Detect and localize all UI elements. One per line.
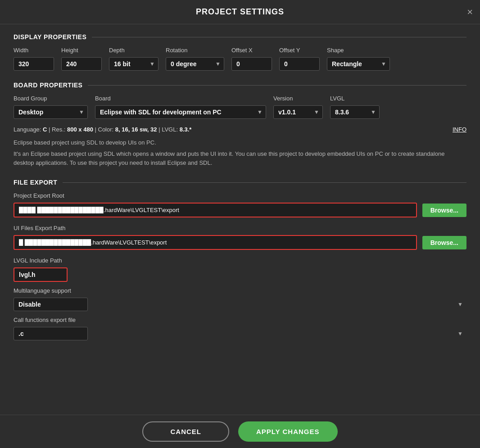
width-field-group: Width: [14, 47, 54, 71]
shape-select[interactable]: Rectangle Round Circle: [327, 57, 390, 71]
res-value: 800 x 480: [67, 126, 93, 133]
lvgl-field: LVGL 8.3.6 8.3.5 ▼: [330, 95, 380, 119]
board-group-select[interactable]: Desktop STM32 ESP32: [14, 105, 88, 119]
depth-select[interactable]: 16 bit 1 bit 8 bit 32 bit: [109, 57, 158, 71]
board-properties-section: BOARD PROPERTIES Board Group Desktop STM…: [14, 81, 466, 168]
offset-x-input[interactable]: [231, 57, 272, 71]
project-export-root-input[interactable]: [14, 203, 417, 217]
height-field-group: Height: [61, 47, 102, 71]
offset-y-label: Offset Y: [279, 47, 320, 54]
width-input[interactable]: [14, 57, 54, 71]
display-properties-section: DISPLAY PROPERTIES Width Height Depth 16…: [14, 33, 466, 71]
lvgl-include-path-input[interactable]: [14, 267, 68, 282]
depth-label: Depth: [109, 47, 158, 54]
project-export-path-wrapper: [14, 203, 417, 217]
board-select-wrapper: Eclipse with SDL for development on PC ▼: [95, 105, 266, 119]
rotation-select[interactable]: 0 degree 90 degree 180 degree 270 degree: [166, 57, 224, 71]
board-field: Board Eclipse with SDL for development o…: [95, 95, 266, 119]
ui-files-export-input[interactable]: [14, 235, 417, 250]
board-desc-1: Eclipse based project using SDL to devel…: [14, 138, 466, 148]
info-line: INFO Language: C | Res.: 800 x 480 | Col…: [14, 125, 466, 135]
offset-x-field-group: Offset X: [231, 47, 272, 71]
shape-field-group: Shape Rectangle Round Circle ▼: [327, 47, 390, 71]
shape-select-wrapper: Rectangle Round Circle ▼: [327, 57, 390, 71]
lvgl-select-wrapper: 8.3.6 8.3.5 ▼: [330, 105, 380, 119]
height-input[interactable]: [61, 57, 102, 71]
project-export-root-label: Project Export Root: [14, 192, 466, 199]
shape-label: Shape: [327, 47, 390, 54]
cancel-button[interactable]: CANCEL: [142, 421, 229, 442]
color-value: 8, 16, 16 sw, 32: [115, 126, 157, 133]
browse-button-1[interactable]: Browse...: [422, 204, 466, 217]
language-label-text: Language:: [14, 126, 43, 133]
ui-files-export-group: UI Files Export Path: [14, 225, 466, 233]
dialog-footer: CANCEL APPLY CHANGES: [0, 415, 480, 448]
dialog-title: PROJECT SETTINGS: [196, 7, 284, 16]
separator-3: | LVGL:: [158, 126, 180, 133]
version-label: Version: [273, 95, 323, 102]
language-value: C: [43, 126, 47, 133]
lvgl-select[interactable]: 8.3.6 8.3.5: [330, 105, 380, 119]
board-select[interactable]: Eclipse with SDL for development on PC: [95, 105, 266, 119]
version-select-wrapper: v1.0.1 v1.0.0 ▼: [273, 105, 323, 119]
project-export-root-row: Browse...: [14, 203, 466, 217]
apply-changes-button[interactable]: APPLY CHANGES: [238, 421, 338, 442]
file-export-section: FILE EXPORT Project Export Root Browse..…: [14, 179, 466, 340]
lvgl-label: LVGL: [330, 95, 380, 102]
board-label: Board: [95, 95, 266, 102]
board-properties-row: Board Group Desktop STM32 ESP32 ▼ Board: [14, 95, 466, 119]
board-group-label: Board Group: [14, 95, 88, 102]
separator-2: | Color:: [95, 126, 115, 133]
offset-x-label: Offset X: [231, 47, 272, 54]
rotation-label: Rotation: [166, 47, 224, 54]
call-functions-label: Call functions export file: [14, 317, 466, 323]
ui-files-path-wrapper: [14, 235, 417, 250]
call-functions-chevron-icon: ▼: [457, 330, 463, 337]
close-button[interactable]: ×: [467, 7, 473, 17]
lvgl-include-path-label: LVGL Include Path: [14, 257, 466, 264]
call-functions-select[interactable]: .c .h: [14, 327, 88, 340]
rotation-select-wrapper: 0 degree 90 degree 180 degree 270 degree…: [166, 57, 224, 71]
multilanguage-chevron-icon: ▼: [457, 301, 463, 308]
version-field: Version v1.0.1 v1.0.0 ▼: [273, 95, 323, 119]
board-desc-2: It's an Eclipse based project using SDL …: [14, 149, 466, 168]
project-settings-dialog: PROJECT SETTINGS × DISPLAY PROPERTIES Wi…: [0, 0, 480, 448]
multilanguage-label: Multilanguage support: [14, 287, 466, 294]
lvgl-include-path-group: LVGL Include Path: [14, 257, 466, 282]
depth-field-group: Depth 16 bit 1 bit 8 bit 32 bit ▼: [109, 47, 158, 71]
file-export-title: FILE EXPORT: [14, 179, 466, 186]
depth-select-wrapper: 16 bit 1 bit 8 bit 32 bit ▼: [109, 57, 158, 71]
board-properties-title: BOARD PROPERTIES: [14, 81, 466, 89]
display-properties-row: Width Height Depth 16 bit 1 bit 8 bit 32…: [14, 47, 466, 71]
rotation-field-group: Rotation 0 degree 90 degree 180 degree 2…: [166, 47, 224, 71]
offset-y-input[interactable]: [279, 57, 320, 71]
width-label: Width: [14, 47, 54, 54]
lvgl-info-value: 8.3.*: [180, 126, 192, 133]
separator-1: | Res.:: [49, 126, 67, 133]
board-group-select-wrapper: Desktop STM32 ESP32 ▼: [14, 105, 88, 119]
version-select[interactable]: v1.0.1 v1.0.0: [273, 105, 323, 119]
multilanguage-group: Multilanguage support Disable Enable ▼: [14, 287, 466, 311]
board-group-field: Board Group Desktop STM32 ESP32 ▼: [14, 95, 88, 119]
multilanguage-select-wrapper: Disable Enable ▼: [14, 298, 466, 311]
ui-files-export-label: UI Files Export Path: [14, 225, 466, 231]
browse-button-2[interactable]: Browse...: [422, 236, 466, 249]
info-link[interactable]: INFO: [453, 125, 466, 135]
call-functions-select-wrapper: .c .h ▼: [14, 327, 466, 340]
offset-y-field-group: Offset Y: [279, 47, 320, 71]
dialog-header: PROJECT SETTINGS ×: [0, 0, 480, 24]
ui-files-export-row: Browse...: [14, 235, 466, 250]
dialog-body: DISPLAY PROPERTIES Width Height Depth 16…: [0, 24, 480, 415]
display-properties-title: DISPLAY PROPERTIES: [14, 33, 466, 41]
multilanguage-select[interactable]: Disable Enable: [14, 298, 88, 311]
call-functions-group: Call functions export file .c .h ▼: [14, 317, 466, 340]
project-export-root-group: Project Export Root: [14, 192, 466, 201]
height-label: Height: [61, 47, 102, 54]
